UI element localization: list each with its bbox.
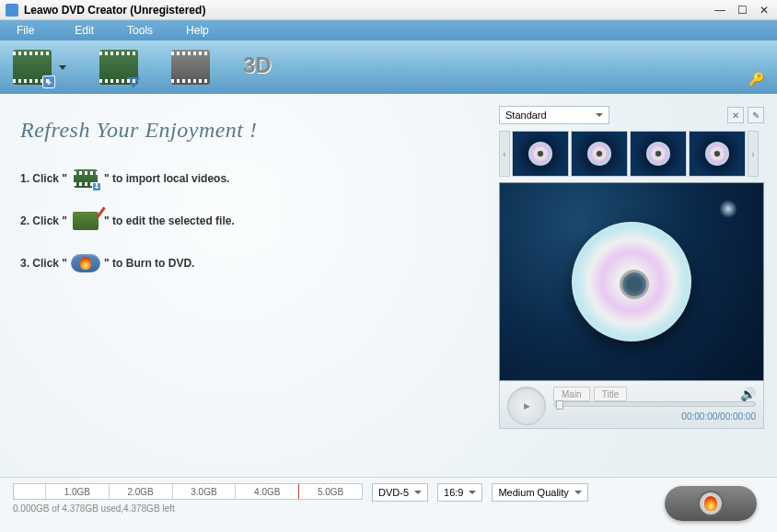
thumb-prev-button[interactable]: ‹ [499, 131, 510, 177]
burn-icon [71, 251, 100, 275]
welcome-heading: Refresh Your Enjoyment ! [20, 118, 479, 143]
download-button[interactable] [99, 50, 138, 85]
cap-seg-3: 3.0GB [173, 484, 237, 499]
main-menu-button[interactable]: Main [553, 387, 590, 401]
step1-text-b: " to import local videos. [104, 172, 229, 185]
template-thumb-3[interactable] [630, 131, 687, 177]
template-thumb-1[interactable] [512, 131, 569, 177]
step3-text-a: 3. Click " [20, 257, 67, 270]
burn-disc-icon [698, 491, 724, 516]
chevron-down-icon [414, 491, 422, 494]
chevron-down-icon[interactable] [59, 65, 66, 70]
timecode: 00:00:00/00:00:00 [681, 411, 756, 422]
3d-button[interactable]: 3D [243, 52, 272, 78]
step2-text-b: " to edit the selected file. [104, 214, 235, 227]
toolbar: + 3D 🔑 [0, 40, 777, 94]
window-title: Leawo DVD Creator (Unregistered) [24, 4, 705, 17]
volume-icon[interactable]: 🔊 [740, 387, 756, 401]
seek-slider[interactable] [553, 401, 756, 407]
disc-type-value: DVD-5 [378, 487, 409, 498]
template-thumb-4[interactable] [689, 131, 746, 177]
film-add-icon: + [13, 50, 52, 85]
main-pane: Refresh Your Enjoyment ! 1. Click " + " … [13, 105, 486, 466]
playback-controls: Main Title 🔊 00:00:00/00:00:00 [499, 381, 764, 429]
add-video-button[interactable]: + [13, 50, 66, 85]
aspect-select[interactable]: 16:9 [437, 483, 482, 502]
film-edit-icon [171, 50, 210, 85]
template-delete-button[interactable]: ✕ [727, 107, 744, 123]
cap-seg-0 [14, 484, 46, 499]
titlebar: Leawo DVD Creator (Unregistered) — ☐ ✕ [0, 0, 777, 20]
step3-text-b: " to Burn to DVD. [104, 257, 194, 270]
register-key-icon[interactable]: 🔑 [748, 72, 764, 87]
step-1: 1. Click " + " to import local videos. [20, 167, 479, 191]
template-selected: Standard [505, 110, 547, 121]
cap-seg-5: 5.0GB [299, 484, 362, 499]
aspect-value: 16:9 [444, 487, 463, 498]
capacity-status: 0.000GB of 4.378GB used,4.378GB left [13, 503, 363, 514]
burn-button[interactable] [665, 486, 757, 521]
preview-panel [499, 182, 764, 381]
thumb-next-button[interactable]: › [748, 131, 759, 177]
step1-text-a: 1. Click " [20, 172, 67, 185]
menu-help[interactable]: Help [169, 24, 226, 37]
menu-tools[interactable]: Tools [110, 24, 169, 37]
flare-decoration [719, 200, 737, 218]
menu-file[interactable]: File [9, 24, 58, 37]
right-pane: Standard ✕ ✎ ‹ › Main Title [499, 105, 764, 466]
nav-wheel[interactable] [507, 387, 546, 425]
quality-select[interactable]: Medium Quality [492, 483, 587, 502]
cap-seg-4: 4.0GB [236, 484, 299, 499]
app-icon [6, 4, 18, 17]
disc-icon [572, 222, 691, 341]
chevron-down-icon [574, 491, 582, 494]
template-edit-button[interactable]: ✎ [748, 107, 764, 123]
template-bar: Standard ✕ ✎ [499, 105, 764, 125]
maximize-button[interactable]: ☐ [735, 4, 749, 17]
template-dropdown[interactable]: Standard [499, 106, 609, 124]
template-thumb-2[interactable] [571, 131, 628, 177]
cap-seg-1: 1.0GB [46, 484, 110, 499]
step-3: 3. Click " " to Burn to DVD. [20, 251, 479, 275]
quality-value: Medium Quality [498, 487, 568, 498]
import-icon: + [71, 167, 100, 191]
edit-icon [71, 209, 100, 233]
chevron-down-icon [596, 113, 603, 117]
close-button[interactable]: ✕ [757, 4, 771, 17]
chevron-down-icon [469, 491, 476, 494]
title-menu-button[interactable]: Title [594, 387, 628, 401]
step2-text-a: 2. Click " [20, 214, 67, 227]
minimize-button[interactable]: — [713, 4, 727, 17]
capacity-bar: 1.0GB 2.0GB 3.0GB 4.0GB 5.0GB [13, 483, 363, 500]
disc-type-select[interactable]: DVD-5 [372, 483, 428, 502]
cap-seg-2: 2.0GB [110, 484, 173, 499]
film-download-icon [99, 50, 138, 85]
step-2: 2. Click " " to edit the selected file. [20, 209, 479, 233]
menu-edit[interactable]: Edit [58, 24, 110, 37]
menubar: File Edit Tools Help [0, 20, 777, 40]
edit-video-button[interactable] [171, 50, 210, 85]
content-area: Refresh Your Enjoyment ! 1. Click " + " … [0, 94, 777, 477]
capacity-meter: 1.0GB 2.0GB 3.0GB 4.0GB 5.0GB 0.000GB of… [13, 483, 363, 514]
template-thumbnails: ‹ › [499, 131, 764, 177]
footer: 1.0GB 2.0GB 3.0GB 4.0GB 5.0GB 0.000GB of… [0, 477, 777, 532]
